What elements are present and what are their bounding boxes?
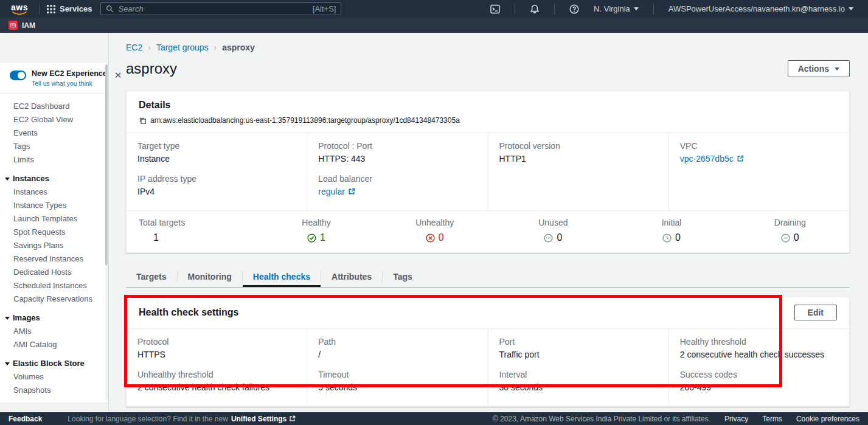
feedback-button[interactable]: Feedback — [9, 415, 42, 423]
sidebar-item-instance-types[interactable]: Instance Types — [0, 199, 108, 212]
load-balancer-link[interactable]: regular — [318, 187, 355, 196]
sidebar-item-ec2-global-view[interactable]: EC2 Global View — [0, 113, 108, 126]
breadcrumb-separator: › — [148, 43, 151, 52]
sidebar-item-ec2-dashboard[interactable]: EC2 Dashboard — [0, 100, 108, 113]
field-value: 2 consecutive health check successes — [680, 350, 838, 359]
external-link-icon — [348, 188, 355, 195]
tab-targets[interactable]: Targets — [126, 266, 177, 287]
scrollbar-thumb[interactable] — [105, 64, 108, 265]
tab-attributes[interactable]: Attributes — [321, 266, 382, 287]
sidebar-top-spacer — [0, 33, 108, 63]
region-selector[interactable]: N. Virginia — [586, 4, 646, 13]
health-check-settings-title: Health check settings — [139, 307, 239, 318]
help-button[interactable] — [562, 4, 586, 14]
language-hint: Looking for language selection? Find it … — [68, 415, 296, 423]
new-experience-toggle[interactable] — [10, 71, 26, 80]
sidebar-item-tags[interactable]: Tags — [0, 140, 108, 153]
terminal-icon — [490, 4, 500, 14]
field-label: Protocol : Port — [318, 141, 476, 151]
sidebar-item-savings-plans[interactable]: Savings Plans — [0, 239, 108, 252]
field-value: / — [318, 350, 476, 359]
tab-health-checks[interactable]: Health checks — [243, 266, 321, 287]
aws-logo-text: aws — [11, 3, 28, 12]
chevron-down-icon — [5, 178, 10, 181]
sidebar-item-dedicated-hosts[interactable]: Dedicated Hosts — [0, 266, 108, 279]
targets-summary-row: Total targets 1 Healthy 1 Unhealthy 0 — [127, 210, 849, 252]
field-label: IP address type — [137, 174, 296, 184]
external-link-icon — [289, 415, 296, 422]
terms-link[interactable]: Terms — [762, 415, 782, 423]
favorites-bar: IAM — [0, 18, 868, 33]
privacy-link[interactable]: Privacy — [724, 415, 748, 423]
region-label: N. Virginia — [594, 4, 630, 13]
target-group-arn: arn:aws:elasticloadbalancing:us-east-1:3… — [150, 116, 460, 125]
divider — [653, 4, 654, 15]
cookie-preferences-link[interactable]: Cookie preferences — [796, 415, 859, 423]
divider — [554, 4, 555, 15]
sidebar-item-scheduled-instances[interactable]: Scheduled Instances — [0, 279, 108, 292]
sidebar-item-launch-templates[interactable]: Launch Templates — [0, 212, 108, 226]
search-icon — [106, 5, 114, 13]
details-title: Details — [139, 100, 837, 111]
unified-settings-link[interactable]: Unified Settings — [231, 415, 296, 423]
divider — [39, 4, 40, 15]
sidebar-item-ami-catalog[interactable]: AMI Catalog — [0, 338, 108, 351]
sidebar: New EC2 Experience Tell us what you thin… — [0, 33, 109, 412]
aws-smile-icon — [12, 12, 27, 15]
breadcrumb-ec2[interactable]: EC2 — [126, 43, 142, 52]
tab-monitoring[interactable]: Monitoring — [178, 266, 242, 287]
details-grid: Target typeInstance IP address typeIPv4 … — [127, 133, 849, 210]
sidebar-section-instances[interactable]: Instances — [0, 172, 108, 185]
field-label: VPC — [680, 141, 838, 151]
notifications-button[interactable] — [523, 4, 547, 14]
sidebar-item-capacity-reservations[interactable]: Capacity Reservations — [0, 292, 108, 306]
x-circle-icon — [426, 233, 435, 243]
chevron-down-icon — [634, 7, 639, 10]
tab-tags[interactable]: Tags — [383, 266, 423, 287]
chevron-down-icon — [835, 67, 839, 71]
sidebar-item-volumes[interactable]: Volumes — [0, 370, 108, 384]
services-menu-button[interactable]: Services — [47, 4, 92, 13]
sidebar-item-instances[interactable]: Instances — [0, 185, 108, 199]
aws-logo[interactable]: aws — [11, 3, 28, 15]
edit-button[interactable]: Edit — [794, 305, 837, 320]
divider — [515, 4, 515, 15]
breadcrumb-target-groups[interactable]: Target groups — [156, 43, 209, 52]
field-value: Instance — [137, 154, 296, 164]
breadcrumb: EC2 › Target groups › asproxy — [126, 43, 850, 52]
details-card: Details arn:aws:elasticloadbalancing:us-… — [126, 91, 850, 253]
account-menu[interactable]: AWSPowerUserAccess/navaneeth.kn@harness.… — [661, 4, 861, 13]
sidebar-item-snapshots[interactable]: Snapshots — [0, 384, 108, 397]
field-label: Unhealthy threshold — [137, 370, 296, 379]
bell-icon — [530, 4, 540, 14]
sidebar-section-elastic-block-store[interactable]: Elastic Block Store — [0, 357, 108, 370]
main-content: EC2 › Target groups › asproxy asproxy Ac… — [109, 33, 868, 412]
counter-initial: Initial 0 — [613, 218, 731, 243]
page-title: asproxy — [126, 60, 177, 77]
detail-tabs: Targets Monitoring Health checks Attribu… — [126, 266, 850, 288]
sidebar-section-images[interactable]: Images — [0, 311, 108, 325]
search-input[interactable] — [118, 4, 308, 13]
sidebar-item-events[interactable]: Events — [0, 126, 108, 140]
counter-unused: Unused 0 — [494, 218, 613, 243]
cloudshell-button[interactable] — [483, 4, 507, 14]
field-label: Path — [318, 337, 476, 347]
field-value: 5 seconds — [318, 382, 476, 392]
sidebar-item-reserved-instances[interactable]: Reserved Instances — [0, 252, 108, 266]
top-navigation-bar: aws Services [Alt+S] N. Virginia AWSPow — [0, 0, 868, 18]
field-label: Timeout — [318, 370, 476, 379]
feedback-link[interactable]: Tell us what you think — [32, 80, 107, 87]
sidebar-item-amis[interactable]: AMIs — [0, 325, 108, 338]
counter-draining: Draining 0 — [731, 218, 849, 243]
chevron-down-icon — [5, 317, 10, 320]
vpc-link[interactable]: vpc-2657db5c — [680, 154, 744, 164]
global-search[interactable]: [Alt+S] — [100, 2, 341, 15]
actions-button[interactable]: Actions — [788, 60, 850, 77]
copy-icon[interactable] — [139, 117, 147, 125]
sidebar-item-spot-requests[interactable]: Spot Requests — [0, 226, 108, 239]
sidebar-item-limits[interactable]: Limits — [0, 153, 108, 167]
sidebar-scrollbar[interactable] — [105, 64, 108, 400]
search-shortcut-hint: [Alt+S] — [313, 4, 336, 13]
copyright-text: © 2023, Amazon Web Services India Privat… — [493, 415, 710, 423]
favorite-iam-link[interactable]: IAM — [22, 21, 35, 30]
